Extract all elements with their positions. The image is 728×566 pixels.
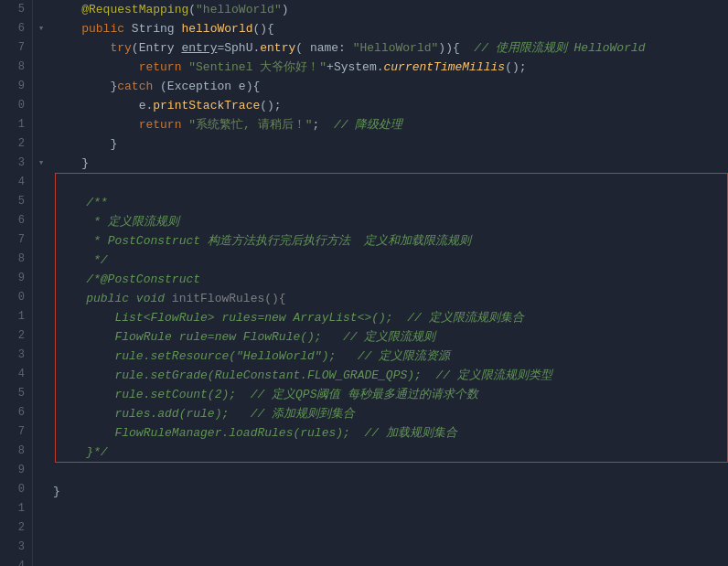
code-line-22: FlowRule rule=new FlowRule(); // 定义限流规则 — [58, 327, 727, 347]
code-line-5: @RequestMapping("helloWorld") — [53, 0, 728, 19]
code-line-30: } — [53, 482, 728, 501]
code-line-9: }catch (Exception e){ — [53, 77, 728, 96]
code-line-17: * PostConstruct 构造方法执行完后执行方法 定义和加载限流规则 — [58, 231, 727, 251]
code-line-29 — [53, 463, 728, 482]
line-numbers: 5 6 7 8 9 0 1 2 3 4 5 6 7 8 9 0 1 2 3 4 … — [0, 0, 33, 566]
code-line-14 — [58, 174, 727, 193]
code-line-24: rule.setGrade(RuleConstant.FLOW_GRADE_QP… — [58, 366, 727, 385]
code-line-6: public String helloWorld(){ — [53, 19, 728, 38]
fold-indicator-1[interactable]: ▾ — [33, 19, 49, 38]
code-line-7: try(Entry entry=SphU.entry( name: "Hello… — [53, 38, 728, 58]
code-editor: 5 6 7 8 9 0 1 2 3 4 5 6 7 8 9 0 1 2 3 4 … — [0, 0, 728, 566]
code-line-11: return "系统繁忙, 请稍后！"; // 降级处理 — [53, 115, 728, 134]
code-line-18: */ — [58, 251, 727, 270]
code-line-23: rule.setResource("HelloWorld"); // 定义限流资… — [58, 347, 727, 366]
code-line-15: /** — [58, 193, 727, 212]
code-line-25: rule.setCount(2); // 定义QPS阈值 每秒最多通过的请求个数 — [58, 385, 727, 404]
fold-indicator-2[interactable]: ▾ — [33, 154, 49, 173]
code-line-20: public void initFlowRules(){ — [58, 289, 727, 308]
code-line-16: * 定义限流规则 — [58, 212, 727, 231]
code-line-27: FlowRuleManager.loadRules(rules); // 加载规… — [58, 423, 727, 443]
code-line-28: }*/ — [58, 443, 727, 462]
bordered-comment-section: /** * 定义限流规则 * PostConstruct 构造方法执行完后执行方… — [55, 173, 728, 463]
code-line-13: } — [53, 154, 728, 173]
code-line-12: } — [53, 134, 728, 154]
code-content: @RequestMapping("helloWorld") public Str… — [49, 0, 728, 566]
code-line-19: /*@PostConstruct — [58, 270, 727, 289]
code-line-8: return "Sentinel 大爷你好！"+System.currentTi… — [53, 58, 728, 77]
gutter: ▾ ▾ ▾ ▾ ▾ ▾ ▾ ▾ ▾ ▾ ▾ ▾ ▾ ▾ ▾ ▾ ▾ ▾ ▾ ▾ … — [33, 0, 49, 566]
code-line-21: List<FlowRule> rules=new ArrayList<>(); … — [58, 308, 727, 327]
code-line-10: e.printStackTrace(); — [53, 96, 728, 115]
code-line-26: rules.add(rule); // 添加规则到集合 — [58, 404, 727, 423]
